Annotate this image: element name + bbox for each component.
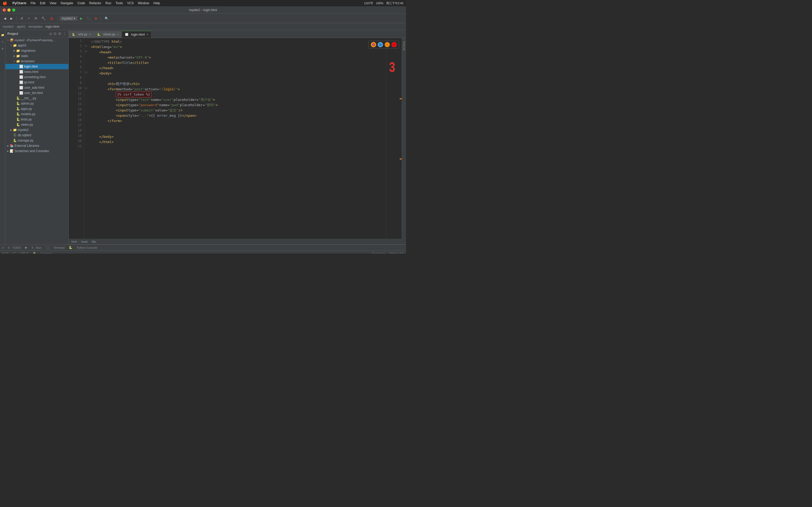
tree-item-external-libs[interactable]: ▶ 📚 External Libraries: [5, 143, 68, 149]
menu-edit[interactable]: Edit: [40, 1, 45, 5]
toolbar-refresh[interactable]: ↺: [19, 16, 24, 21]
event-log[interactable]: Event Log: [372, 252, 386, 254]
menu-tools[interactable]: Tools: [115, 1, 123, 5]
tree-item-scratches[interactable]: ▶ 📝 Scratches and Consoles: [5, 149, 68, 154]
tree-item-something-html[interactable]: ⬜ something.html: [5, 74, 68, 80]
toolbar-build[interactable]: 🔨: [40, 16, 47, 21]
menu-navigate[interactable]: Navigate: [61, 1, 73, 5]
lf-indicator[interactable]: LF: [12, 252, 16, 254]
tree-item-migrations[interactable]: ▶ 📁 migrations: [5, 48, 68, 53]
app-name[interactable]: PyCharm: [12, 1, 27, 5]
tab-views-py[interactable]: 🐍 views.py ✕: [94, 31, 122, 38]
structure-icon[interactable]: ≡: [1, 40, 5, 44]
tree-item-models-py[interactable]: 🐍 models.py: [5, 111, 68, 117]
safari-icon[interactable]: [378, 42, 383, 47]
fold-3[interactable]: ⊟: [84, 49, 88, 54]
apple-menu[interactable]: 🍎: [3, 1, 7, 5]
toolbar-back[interactable]: ◀: [2, 16, 8, 21]
terminal-tab[interactable]: Terminal: [52, 246, 67, 249]
tree-item-templates[interactable]: ▾ 📁 templates: [5, 59, 68, 64]
breadcrumb-app01[interactable]: app01: [17, 25, 26, 29]
breadcrumb-path-title[interactable]: title: [92, 240, 96, 243]
menu-run[interactable]: Run: [105, 1, 111, 5]
expand-arrow: ▾: [13, 60, 16, 63]
python-console-tab[interactable]: Python Console: [74, 246, 99, 249]
menu-vcs[interactable]: VCS: [127, 1, 134, 5]
sidebar-menu-icon[interactable]: ⋮: [63, 32, 66, 36]
fold-2[interactable]: ⊟: [84, 43, 88, 49]
fold-1[interactable]: [84, 38, 88, 43]
menu-help[interactable]: Help: [153, 1, 160, 5]
run-config-dropdown[interactable]: mysite2 ▾: [60, 16, 78, 21]
tab-close-views[interactable]: ✕: [117, 33, 119, 36]
close-button[interactable]: [3, 8, 6, 12]
breadcrumb-mysite2[interactable]: mysite2: [3, 25, 13, 29]
toolbar-debug[interactable]: 🐞: [48, 16, 55, 21]
chrome-icon[interactable]: [371, 42, 376, 47]
fold-10[interactable]: ⊟: [84, 86, 88, 91]
sidebar-locate-icon[interactable]: ◎: [49, 32, 52, 36]
tree-item-tests-py[interactable]: 🐍 tests.py: [5, 117, 68, 122]
code-editor[interactable]: <!DOCTYPE html> <html lang="en"> <head> …: [88, 38, 386, 239]
breadcrumb-templates[interactable]: templates: [29, 25, 43, 29]
python-version[interactable]: Python 3.9: [389, 252, 403, 254]
breadcrumb-path-html[interactable]: html: [71, 240, 77, 243]
tree-item-init-py[interactable]: 🐍 __init__.py: [5, 96, 68, 101]
tree-item-user-add-html[interactable]: ⬜ user_add.html: [5, 85, 68, 90]
search-button[interactable]: 🔍: [103, 16, 110, 21]
sidebar-collapse-icon[interactable]: ⊟: [54, 32, 57, 36]
titlebar: mysite2 – login.html: [0, 6, 406, 14]
tree-item-admin-py[interactable]: 🐍 admin.py: [5, 101, 68, 106]
project-icon[interactable]: 📁: [1, 33, 5, 37]
code-line-16: </form>: [91, 118, 383, 124]
line-col-indicator[interactable]: 5:13: [3, 252, 8, 254]
opera-icon[interactable]: [392, 42, 397, 47]
minimize-button[interactable]: [7, 8, 11, 12]
debug-button[interactable]: ⬛: [85, 16, 92, 21]
sc-view-panel[interactable]: SCView: [402, 38, 406, 239]
tab-close-urls[interactable]: ✕: [89, 33, 91, 36]
favorites-icon[interactable]: ★: [1, 47, 5, 51]
fold-20: [84, 138, 88, 144]
clock: 周三下午2:43: [386, 1, 403, 5]
run-button[interactable]: ▶: [79, 16, 84, 21]
tree-item-mysite2-root[interactable]: ▾ 📦 mysite2 ~/PycharmProjects/g...: [5, 38, 68, 43]
tree-item-app01[interactable]: ▾ 📁 app01: [5, 43, 68, 48]
toolbar-sync[interactable]: ⟳: [33, 16, 39, 21]
todo-tab[interactable]: 6: TODO: [6, 246, 23, 249]
menu-refactor[interactable]: Refactor: [89, 1, 101, 5]
tab-close-login[interactable]: ✕: [146, 33, 149, 36]
encoding-indicator[interactable]: UTF-8: [20, 252, 28, 254]
tabs-bar: 🐍 urls.py ✕ 🐍 views.py ✕ ⬜ login.html ✕: [69, 30, 406, 38]
bottom-panel: ≡ 6: TODO ▶ 4: Run ⬛ Terminal 🐍 Python C…: [0, 244, 406, 250]
tree-item-news-html[interactable]: ⬜ news.html: [5, 69, 68, 74]
py-file-icon: 🐍: [16, 122, 20, 127]
menu-code[interactable]: Code: [78, 1, 85, 5]
run-config-label: mysite2: [62, 17, 73, 20]
menu-file[interactable]: File: [31, 1, 36, 5]
toolbar-add[interactable]: ＋: [26, 15, 32, 21]
indent-indicator[interactable]: 4 spaces: [41, 252, 52, 254]
tree-item-manage-py[interactable]: 🐍 manage.py: [5, 138, 68, 143]
breadcrumb-path-head[interactable]: head: [81, 240, 87, 243]
tab-urls-py[interactable]: 🐍 urls.py ✕: [69, 31, 94, 38]
tree-item-user-list-html[interactable]: ⬜ user_list.html: [5, 90, 68, 96]
menu-window[interactable]: Window: [138, 1, 149, 5]
toolbar-forward[interactable]: ▶: [9, 16, 14, 21]
menu-view[interactable]: View: [50, 1, 57, 5]
fold-7[interactable]: ⊟: [84, 70, 88, 75]
tree-item-tpl-html[interactable]: ⬜ tpl.html: [5, 80, 68, 85]
tree-item-apps-py[interactable]: 🐍 apps.py: [5, 106, 68, 111]
stop-button[interactable]: ■: [93, 16, 98, 21]
firefox-icon[interactable]: [385, 42, 390, 47]
run-tab[interactable]: 4: Run: [29, 246, 43, 249]
editor-content[interactable]: 1 2 3 4 5 6 7 8 9 10 11 12 13 14 15 16 1…: [69, 38, 406, 239]
tab-login-html[interactable]: ⬜ login.html ✕: [122, 31, 151, 38]
tree-item-db-sqlite3[interactable]: 🗄 db.sqlite3: [5, 132, 68, 138]
tree-item-login-html[interactable]: ⬜ login.html: [5, 64, 68, 69]
tree-item-mysite2-folder[interactable]: ▶ 📁 mysite2: [5, 127, 68, 132]
tree-item-static[interactable]: ▶ 📁 static: [5, 53, 68, 59]
maximize-button[interactable]: [12, 8, 15, 12]
sidebar-settings-icon[interactable]: ⚙: [58, 32, 61, 36]
tree-item-views-py[interactable]: 🐍 views.py: [5, 122, 68, 127]
